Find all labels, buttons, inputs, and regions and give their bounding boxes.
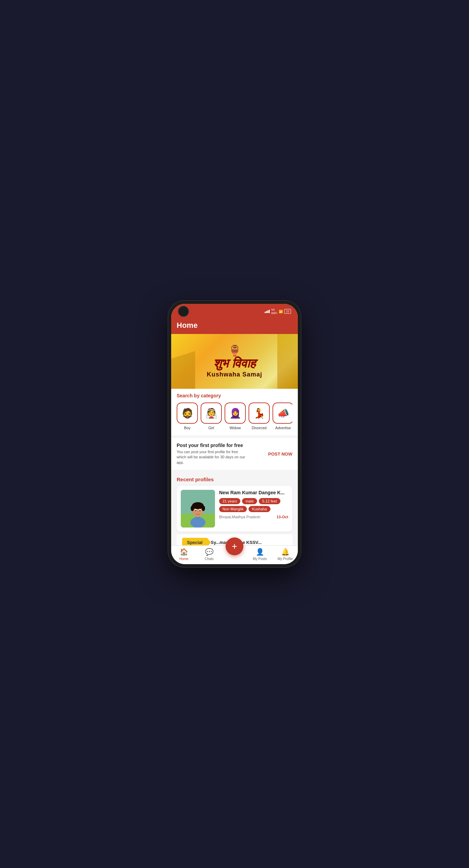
nav-my-posts[interactable]: 👤 My Posts bbox=[247, 548, 272, 561]
tag-age: 21 years bbox=[219, 498, 240, 504]
profile-tags: 21 years male 5.12 feet Non Manglik Kush… bbox=[219, 498, 288, 512]
special-label: Special bbox=[182, 538, 207, 545]
tag-manglik: Non Manglik bbox=[219, 506, 247, 512]
profile-location-row: Bhopal,Madhya Pradesh 13-Oct bbox=[219, 515, 288, 519]
tag-caste: Kushaha bbox=[249, 506, 270, 512]
my-profile-label: My Profile bbox=[278, 557, 293, 561]
category-list: 🧔 Boy 👰 Girl 🧕 Widow bbox=[177, 402, 292, 431]
status-bar: VoWiFi 📶 22 bbox=[171, 304, 298, 318]
phone-frame: VoWiFi 📶 22 Home 🏺 शुभ विवाह Kushwaha Sa… bbox=[168, 300, 301, 568]
divorced-label: Divorced bbox=[252, 426, 266, 430]
profile-name: New Ram Kumar Dangee K... bbox=[219, 490, 288, 495]
svg-point-10 bbox=[195, 510, 197, 511]
boy-label: Boy bbox=[184, 426, 191, 430]
main-content: 🏺 शुभ विवाह Kushwaha Samaj Search by cat… bbox=[171, 334, 298, 545]
chats-label: Chats bbox=[205, 557, 214, 561]
post-now-button[interactable]: POST NOW bbox=[268, 451, 292, 457]
banner-hindi-text: शुभ विवाह bbox=[213, 357, 255, 370]
nav-home[interactable]: 🏠 Home bbox=[171, 548, 197, 561]
promo-banner: 🏺 शुभ विवाह Kushwaha Samaj bbox=[171, 334, 298, 389]
category-girl[interactable]: 👰 Girl bbox=[201, 402, 222, 430]
boy-icon-box[interactable]: 🧔 bbox=[177, 402, 198, 424]
girl-icon: 👰 bbox=[205, 408, 217, 419]
profile-location: Bhopal,Madhya Pradesh bbox=[219, 515, 260, 519]
category-divorced[interactable]: 💃 Divorced bbox=[249, 402, 270, 430]
tag-gender: male bbox=[242, 498, 257, 504]
widow-icon-box[interactable]: 🧕 bbox=[225, 402, 246, 424]
vo-wifi-label: VoWiFi bbox=[271, 308, 277, 315]
my-posts-icon: 👤 bbox=[256, 548, 264, 556]
advertise-icon-box[interactable]: 📣 bbox=[272, 402, 292, 424]
free-post-section: Post your first profile for free You can… bbox=[171, 437, 298, 470]
category-widow[interactable]: 🧕 Widow bbox=[225, 402, 246, 430]
svg-point-11 bbox=[199, 510, 201, 511]
widow-icon: 🧕 bbox=[229, 408, 241, 419]
svg-point-2 bbox=[190, 517, 205, 528]
girl-label: Girl bbox=[208, 426, 214, 430]
banner-subtitle: Kushwaha Samaj bbox=[207, 371, 262, 378]
search-category-title: Search by category bbox=[177, 393, 292, 398]
my-profile-icon: 🔔 bbox=[281, 548, 290, 556]
free-post-text: Post your first profile for free You can… bbox=[177, 443, 245, 465]
page-title: Home bbox=[177, 321, 292, 330]
free-post-description: You can post your first profile for free… bbox=[177, 449, 245, 465]
nav-my-profile[interactable]: 🔔 My Profile bbox=[272, 548, 298, 561]
advertise-label: Advertise bbox=[275, 426, 291, 430]
camera bbox=[178, 306, 189, 317]
post-fab-button[interactable]: + bbox=[226, 537, 243, 555]
boy-icon: 🧔 bbox=[181, 408, 193, 419]
bottom-navigation: + 🏠 Home 💬 Chats Post 👤 My Posts 🔔 bbox=[171, 545, 298, 564]
divorced-icon: 💃 bbox=[253, 408, 265, 419]
phone-screen: VoWiFi 📶 22 Home 🏺 शुभ विवाह Kushwaha Sa… bbox=[171, 304, 298, 564]
tag-height: 5.12 feet bbox=[259, 498, 280, 504]
chats-icon: 💬 bbox=[205, 548, 214, 556]
profile-photo bbox=[181, 490, 215, 528]
svg-point-7 bbox=[202, 506, 205, 511]
search-category-section: Search by category 🧔 Boy 👰 Girl bbox=[171, 389, 298, 435]
svg-point-6 bbox=[191, 506, 194, 511]
fab-container: + bbox=[226, 537, 243, 555]
nav-chats[interactable]: 💬 Chats bbox=[197, 548, 222, 561]
recent-profiles-section: Recent profiles bbox=[171, 472, 298, 545]
battery-icon: 22 bbox=[284, 309, 291, 314]
recent-profiles-title: Recent profiles bbox=[177, 476, 292, 482]
category-boy[interactable]: 🧔 Boy bbox=[177, 402, 198, 430]
divorced-icon-box[interactable]: 💃 bbox=[249, 402, 270, 424]
girl-icon-box[interactable]: 👰 bbox=[201, 402, 222, 424]
home-label: Home bbox=[179, 557, 189, 561]
profile-card[interactable]: New Ram Kumar Dangee K... 21 years male … bbox=[177, 486, 292, 532]
my-posts-label: My Posts bbox=[253, 557, 267, 561]
pot-icon: 🏺 bbox=[228, 345, 241, 357]
category-advertise[interactable]: 📣 Advertise bbox=[272, 402, 292, 430]
profile-details: New Ram Kumar Dangee K... 21 years male … bbox=[219, 490, 288, 528]
plus-icon: + bbox=[232, 542, 237, 551]
widow-label: Widow bbox=[229, 426, 241, 430]
home-icon: 🏠 bbox=[180, 548, 188, 556]
advertise-icon: 📣 bbox=[277, 408, 289, 419]
profile-date: 13-Oct bbox=[277, 515, 288, 519]
status-icons: VoWiFi 📶 22 bbox=[265, 308, 291, 315]
wifi-icon: 📶 bbox=[279, 310, 283, 313]
banner-content: 🏺 शुभ विवाह Kushwaha Samaj bbox=[171, 334, 298, 389]
header: Home bbox=[171, 318, 298, 334]
free-post-heading: Post your first profile for free bbox=[177, 443, 245, 448]
signal-icon bbox=[265, 310, 270, 313]
